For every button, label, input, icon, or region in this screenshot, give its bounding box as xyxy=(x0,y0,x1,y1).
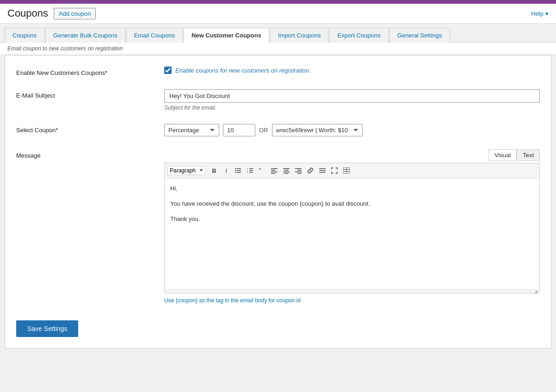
link-button[interactable] xyxy=(305,165,316,176)
tabs-bar: Coupons Generate Bulk Coupons Email Coup… xyxy=(0,27,556,42)
chevron-down-icon: ▾ xyxy=(545,10,549,17)
svg-rect-15 xyxy=(271,172,278,172)
svg-rect-23 xyxy=(295,172,302,172)
save-row: Save Settings xyxy=(16,313,540,337)
tab-export-coupons[interactable]: Export Coupons xyxy=(329,28,388,43)
svg-rect-21 xyxy=(295,168,302,169)
email-subject-label: E-Mail Subject xyxy=(16,89,164,99)
message-editor[interactable]: Hi, You have received the discount, use … xyxy=(165,178,539,289)
svg-point-4 xyxy=(235,170,236,171)
italic-button[interactable]: I xyxy=(221,165,232,176)
select-coupon-label: Select Coupon* xyxy=(16,124,164,134)
align-left-button[interactable] xyxy=(269,165,280,176)
select-coupon-row: Select Coupon* Percentage Fixed Cart Fix… xyxy=(16,124,540,136)
email-subject-row: E-Mail Subject Subject for the email. xyxy=(16,89,540,111)
format-select[interactable]: Paragraph Heading 1 Heading 2 Heading 3 xyxy=(167,166,206,175)
svg-rect-8 xyxy=(249,172,253,173)
enable-field: Enable coupons for new customers on regi… xyxy=(164,67,540,74)
enable-row: Enable New Customers Coupons* Enable cou… xyxy=(16,67,540,76)
tab-email-coupons[interactable]: Email Coupons xyxy=(126,28,183,43)
message-line3: Thank you. xyxy=(170,214,534,224)
or-text: OR xyxy=(259,127,268,134)
svg-rect-18 xyxy=(284,170,289,171)
ordered-list-button[interactable]: 1.2.3. xyxy=(245,165,256,176)
help-label: Help xyxy=(531,10,544,17)
editor-toolbar: Paragraph Heading 1 Heading 2 Heading 3 … xyxy=(165,163,539,178)
svg-rect-24 xyxy=(297,173,302,174)
email-subject-field: Subject for the email. xyxy=(164,89,540,111)
save-settings-button[interactable]: Save Settings xyxy=(16,320,78,337)
svg-rect-1 xyxy=(237,170,241,171)
bold-button[interactable]: B xyxy=(209,165,220,176)
svg-rect-27 xyxy=(319,172,326,173)
table-button[interactable] xyxy=(341,165,352,176)
tab-coupons[interactable]: Coupons xyxy=(5,28,44,43)
message-field: Visual Text Paragraph Heading 1 Heading … xyxy=(164,149,540,304)
svg-rect-25 xyxy=(319,168,326,169)
enable-label-text: Enable New Customers Coupons* xyxy=(16,67,164,76)
resize-icon: ◢ xyxy=(534,289,537,294)
text-tab-button[interactable]: Text xyxy=(517,149,540,161)
svg-rect-22 xyxy=(297,170,302,171)
add-coupon-button[interactable]: Add coupon xyxy=(54,8,96,19)
svg-rect-16 xyxy=(271,173,275,174)
coupon-select-controls: Percentage Fixed Cart Fixed Product OR w… xyxy=(164,124,540,136)
visual-tab-button[interactable]: Visual xyxy=(488,149,517,161)
header: Coupons Add coupon Help ▾ xyxy=(0,4,556,24)
align-right-button[interactable] xyxy=(293,165,304,176)
editor-wrapper: Paragraph Heading 1 Heading 2 Heading 3 … xyxy=(164,163,540,294)
fullscreen-button[interactable] xyxy=(329,165,340,176)
tab-new-customer[interactable]: New Customer Coupons xyxy=(184,28,269,43)
help-button[interactable]: Help ▾ xyxy=(531,10,549,17)
email-subject-input[interactable] xyxy=(164,89,540,103)
message-label: Message xyxy=(16,149,164,159)
message-row: Message Visual Text Paragraph Heading 1 … xyxy=(16,149,540,304)
svg-rect-2 xyxy=(237,172,241,173)
blockquote-button[interactable]: " xyxy=(257,165,268,176)
header-left: Coupons Add coupon xyxy=(7,7,96,19)
message-line1: Hi, xyxy=(170,184,534,194)
svg-point-3 xyxy=(235,168,236,169)
tab-generate-bulk[interactable]: Generate Bulk Coupons xyxy=(45,28,125,43)
svg-rect-20 xyxy=(284,173,289,174)
svg-rect-17 xyxy=(283,168,290,169)
main-content: Enable New Customers Coupons* Enable cou… xyxy=(5,55,551,349)
svg-rect-14 xyxy=(271,170,275,171)
coupon-amount-input[interactable] xyxy=(223,124,255,136)
svg-rect-26 xyxy=(319,170,326,171)
subtitle-text: Email coupon to new customers on registr… xyxy=(7,45,123,52)
editor-resize-handle: ◢ xyxy=(165,289,539,293)
coupon-tag-hint: Use {coupon} as the tag in the email bod… xyxy=(164,297,540,304)
email-subject-hint: Subject for the email. xyxy=(164,104,540,111)
svg-rect-7 xyxy=(249,170,253,171)
tab-general-settings[interactable]: General Settings xyxy=(389,28,450,43)
enable-checkbox-row: Enable coupons for new customers on regi… xyxy=(164,67,540,74)
horizontal-rule-button[interactable] xyxy=(317,165,328,176)
existing-coupon-select[interactable]: wrec5e69rewr | Worth: $10 xyxy=(272,124,363,136)
enable-checkbox[interactable] xyxy=(164,67,172,74)
svg-text:": " xyxy=(259,167,261,174)
unordered-list-button[interactable] xyxy=(233,165,244,176)
editor-tab-outer: Visual Text xyxy=(164,149,540,163)
select-coupon-field: Percentage Fixed Cart Fixed Product OR w… xyxy=(164,124,540,136)
svg-rect-0 xyxy=(237,168,241,169)
vis-text-tabs: Visual Text xyxy=(488,149,540,161)
page-title: Coupons xyxy=(7,7,48,19)
svg-text:3.: 3. xyxy=(247,171,248,173)
svg-rect-6 xyxy=(249,168,253,169)
svg-rect-13 xyxy=(271,168,278,169)
svg-point-5 xyxy=(235,172,236,173)
message-line2: You have received the discount, use the … xyxy=(170,199,534,209)
enable-description: Enable coupons for new customers on regi… xyxy=(175,67,311,74)
align-center-button[interactable] xyxy=(281,165,292,176)
svg-rect-19 xyxy=(283,172,290,172)
subtitle-bar: Email coupon to new customers on registr… xyxy=(0,42,556,55)
coupon-type-select[interactable]: Percentage Fixed Cart Fixed Product xyxy=(164,124,219,136)
tab-import-coupons[interactable]: Import Coupons xyxy=(270,28,329,43)
top-bar xyxy=(0,0,556,4)
